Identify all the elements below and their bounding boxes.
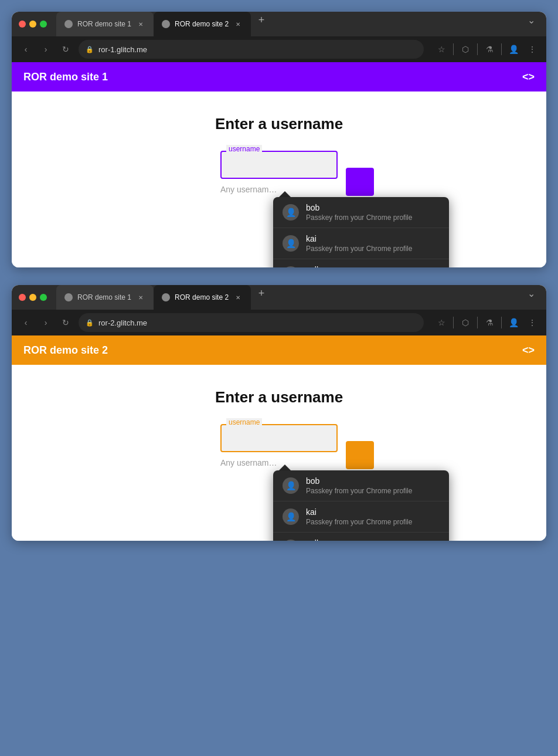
passkey-sub: Passkey from your Chrome profile — [306, 518, 440, 526]
passkey-name: bob — [306, 203, 440, 212]
minimize-button[interactable] — [29, 294, 36, 301]
tab-label: ROR demo site 1 — [77, 293, 131, 301]
user-icon: 👤 — [283, 508, 299, 525]
passkey-name: sally — [306, 265, 440, 267]
page-title-2: Enter a username — [215, 388, 343, 406]
passkey-sub: Passkey from your Chrome profile — [306, 213, 440, 222]
passkey-sub: Passkey from your Chrome profile — [306, 487, 440, 495]
new-tab-button[interactable]: + — [253, 12, 270, 28]
username-input-wrapper-2: username — [220, 424, 338, 452]
site-title-1: ROR demo site 1 — [23, 71, 108, 83]
code-icon-1[interactable]: <> — [522, 71, 535, 83]
bookmark-icon[interactable]: ☆ — [434, 42, 448, 56]
dropdown-menu-2: 👤 bob Passkey from your Chrome profile 👤… — [273, 470, 449, 541]
title-bar-2: ROR demo site 1 ✕ ROR demo site 2 ✕ + ⌄ — [12, 285, 546, 310]
lab-icon[interactable]: ⚗ — [482, 316, 496, 330]
tabs-overflow-button[interactable]: ⌄ — [523, 12, 539, 28]
forward-button[interactable]: › — [39, 316, 53, 330]
username-input-2[interactable] — [220, 424, 338, 452]
passkey-item-sally-1[interactable]: 👤 sally Passkey from your Chrome profile — [273, 259, 449, 267]
user-icon: 👤 — [283, 235, 299, 252]
url-bar-2[interactable]: 🔒 ror-2.glitch.me — [79, 313, 424, 332]
lab-icon[interactable]: ⚗ — [482, 42, 496, 56]
back-button[interactable]: ‹ — [19, 42, 33, 56]
passkey-item-text: bob Passkey from your Chrome profile — [306, 203, 440, 222]
passkey-item-text: bob Passkey from your Chrome profile — [306, 476, 440, 495]
tab-label: ROR demo site 2 — [175, 293, 229, 301]
menu-icon[interactable]: ⋮ — [525, 42, 539, 56]
username-label-2: username — [226, 418, 262, 426]
separator — [453, 317, 454, 328]
username-input-wrapper-1: username — [220, 151, 338, 179]
refresh-button[interactable]: ↻ — [59, 316, 73, 330]
maximize-button[interactable] — [40, 294, 47, 301]
dropdown-arrow-1 — [279, 191, 291, 197]
maximize-button[interactable] — [40, 21, 47, 28]
passkey-dropdown-2: 👤 bob Passkey from your Chrome profile 👤… — [273, 465, 449, 541]
separator — [477, 43, 478, 55]
tabs-overflow-button[interactable]: ⌄ — [523, 285, 539, 301]
tab-favicon — [162, 293, 170, 301]
user-icon: 👤 — [283, 477, 299, 494]
tab-close-button[interactable]: ✕ — [136, 19, 145, 29]
tab-close-button[interactable]: ✕ — [233, 293, 243, 302]
dropdown-arrow-2 — [279, 465, 291, 470]
tab-1-site2[interactable]: ROR demo site 2 ✕ — [154, 12, 251, 36]
tab-2-site2[interactable]: ROR demo site 2 ✕ — [154, 285, 251, 310]
profile-icon[interactable]: 👤 — [506, 42, 520, 56]
menu-icon[interactable]: ⋮ — [525, 316, 539, 330]
passkey-item-text: kai Passkey from your Chrome profile — [306, 507, 440, 526]
tab-favicon — [162, 20, 170, 28]
url-actions-2: ☆ ⬡ ⚗ 👤 ⋮ — [434, 316, 539, 330]
bookmark-icon[interactable]: ☆ — [434, 316, 448, 330]
user-icon: 👤 — [283, 204, 299, 221]
tab-label: ROR demo site 1 — [77, 20, 131, 28]
profile-icon[interactable]: 👤 — [506, 316, 520, 330]
tab-close-button[interactable]: ✕ — [136, 293, 145, 302]
close-button[interactable] — [19, 294, 26, 301]
separator — [501, 317, 502, 328]
address-bar-2: ‹ › ↻ 🔒 ror-2.glitch.me ☆ ⬡ ⚗ 👤 ⋮ — [12, 310, 546, 335]
passkey-item-bob-2[interactable]: 👤 bob Passkey from your Chrome profile — [273, 470, 449, 501]
separator — [477, 317, 478, 328]
cast-icon[interactable]: ⬡ — [458, 42, 472, 56]
hint-text-2: Any usernam… — [220, 458, 277, 467]
site-header-1: ROR demo site 1 <> — [12, 62, 546, 91]
hint-text-1: Any usernam… — [220, 185, 277, 194]
username-input-1[interactable] — [220, 151, 338, 179]
user-icon: 👤 — [283, 540, 299, 541]
url-bar-1[interactable]: 🔒 ror-1.glitch.me — [79, 40, 424, 59]
tab-label: ROR demo site 2 — [175, 20, 229, 28]
page-content-1: Enter a username username Any usernam… 👤… — [12, 91, 546, 267]
lock-icon: 🔒 — [86, 46, 94, 53]
forward-button[interactable]: › — [39, 42, 53, 56]
refresh-button[interactable]: ↻ — [59, 42, 73, 56]
tab-1-site1[interactable]: ROR demo site 1 ✕ — [56, 12, 154, 36]
passkey-name: bob — [306, 476, 440, 486]
cast-icon[interactable]: ⬡ — [458, 316, 472, 330]
traffic-lights-2 — [19, 294, 47, 301]
passkey-dropdown-1: 👤 bob Passkey from your Chrome profile 👤… — [273, 191, 449, 267]
passkey-item-bob-1[interactable]: 👤 bob Passkey from your Chrome profile — [273, 197, 449, 228]
separator — [453, 43, 454, 55]
passkey-item-kai-1[interactable]: 👤 kai Passkey from your Chrome profile — [273, 228, 449, 259]
passkey-item-kai-2[interactable]: 👤 kai Passkey from your Chrome profile — [273, 501, 449, 533]
lock-icon: 🔒 — [86, 319, 94, 327]
url-text-1: ror-1.glitch.me — [98, 45, 417, 54]
passkey-name: sally — [306, 538, 440, 541]
browser-window-2: ROR demo site 1 ✕ ROR demo site 2 ✕ + ⌄ … — [12, 285, 546, 541]
code-icon-2[interactable]: <> — [522, 344, 535, 357]
separator — [501, 43, 502, 55]
address-bar-1: ‹ › ↻ 🔒 ror-1.glitch.me ☆ ⬡ ⚗ 👤 ⋮ — [12, 36, 546, 62]
new-tab-button[interactable]: + — [253, 285, 270, 301]
url-actions-1: ☆ ⬡ ⚗ 👤 ⋮ — [434, 42, 539, 56]
minimize-button[interactable] — [29, 21, 36, 28]
back-button[interactable]: ‹ — [19, 316, 33, 330]
passkey-name: kai — [306, 507, 440, 517]
passkey-item-sally-2[interactable]: 👤 sally Passkey from your Chrome profile — [273, 533, 449, 541]
browser-window-1: ROR demo site 1 ✕ ROR demo site 2 ✕ + ⌄ … — [12, 12, 546, 267]
tab-favicon — [64, 20, 73, 28]
close-button[interactable] — [19, 21, 26, 28]
tab-close-button[interactable]: ✕ — [233, 19, 243, 29]
tab-2-site1[interactable]: ROR demo site 1 ✕ — [56, 285, 154, 310]
